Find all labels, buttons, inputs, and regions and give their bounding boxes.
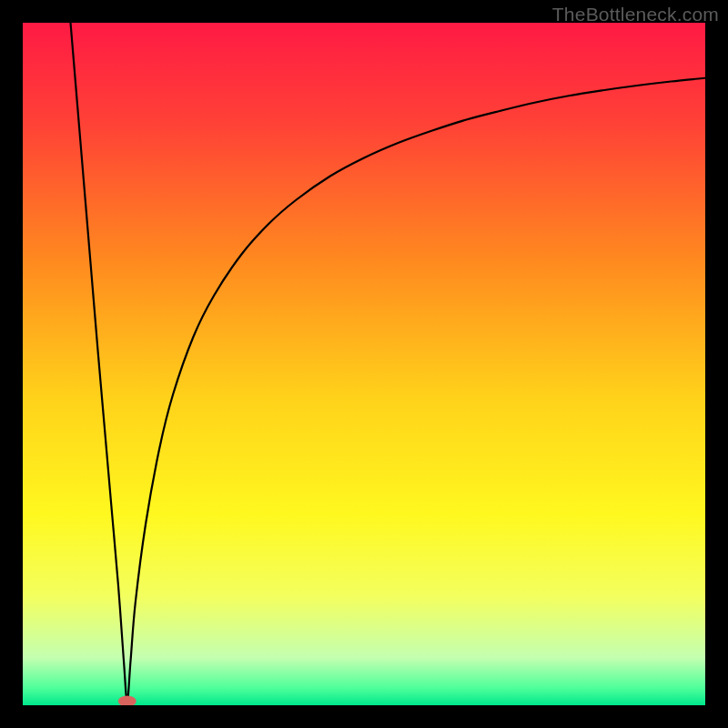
- chart-canvas: { "watermark": "TheBottleneck.com", "cha…: [0, 0, 728, 728]
- gradient-background: [23, 23, 705, 705]
- plot-svg: [23, 23, 705, 705]
- plot-area: [23, 23, 705, 705]
